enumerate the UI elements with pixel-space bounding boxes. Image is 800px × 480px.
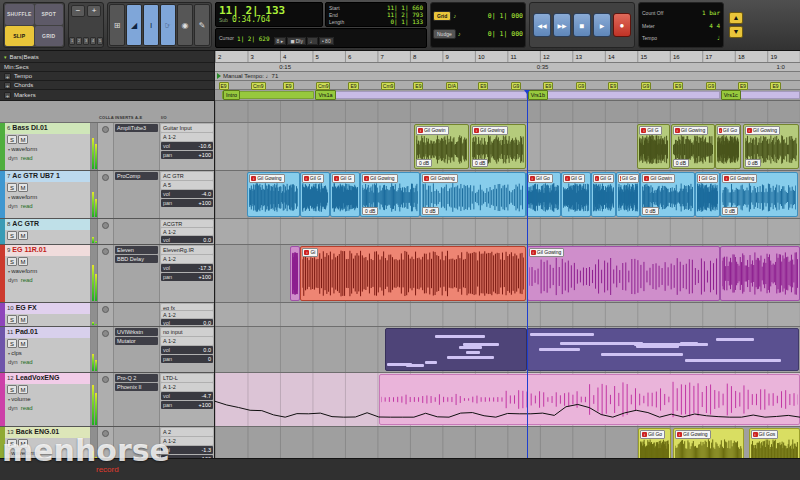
selection-value[interactable]: 11| 1| 660 xyxy=(387,4,423,11)
pan-readout[interactable]: pan+100 xyxy=(161,199,213,207)
record-button[interactable]: ● xyxy=(613,13,631,37)
audio-clip[interactable]: iGil Go-2.5 dB xyxy=(638,428,671,458)
chord-label[interactable]: E9 xyxy=(738,82,748,90)
chord-label[interactable]: G9 xyxy=(576,82,587,90)
zoom-preset-button[interactable]: 1 xyxy=(69,37,75,45)
volume-readout[interactable]: vol-1.3 xyxy=(161,446,213,454)
collab-icon[interactable] xyxy=(102,330,109,337)
track-row[interactable]: 8AC GTRSMACGTRA 1-2vol0.0 xyxy=(0,219,214,245)
markers-ruler[interactable]: IntroVrs1aVrs1bVrs1c xyxy=(215,90,800,101)
chord-label[interactable]: E9 xyxy=(348,82,358,90)
chord-label[interactable]: Cm9 xyxy=(381,82,396,90)
marker-segment[interactable]: Vrs1c xyxy=(720,91,800,99)
zoom-preset-button[interactable]: 4 xyxy=(90,37,96,45)
grid-button[interactable]: Grid xyxy=(433,11,451,21)
track-view-selector[interactable]: waveform xyxy=(5,267,90,276)
collab-icon[interactable] xyxy=(102,174,109,181)
audio-clip[interactable]: iGil Go xyxy=(616,172,641,217)
automation-mode-selector[interactable]: dynread xyxy=(5,276,90,285)
solo-button[interactable]: S xyxy=(7,231,17,240)
zoom-out-icon[interactable]: − xyxy=(71,5,85,17)
mute-button[interactable]: M xyxy=(18,439,28,448)
io-input[interactable]: no input xyxy=(161,328,213,336)
selector-tool-icon[interactable]: I xyxy=(143,4,159,46)
selection-value[interactable]: 0| 1| 133 xyxy=(390,18,423,25)
audio-clip[interactable]: iGil Gowin0 dB xyxy=(414,124,470,169)
audio-clip[interactable]: iGil G xyxy=(591,172,616,217)
play-button[interactable]: ▶ xyxy=(593,13,611,37)
audio-clip[interactable]: iGil G xyxy=(561,172,591,217)
insert-plugin[interactable]: Mutator xyxy=(115,337,158,345)
mute-button[interactable]: M xyxy=(18,257,28,266)
audio-clip[interactable] xyxy=(290,246,301,301)
midi-clip[interactable] xyxy=(527,328,800,371)
zoom-in-icon[interactable]: + xyxy=(87,5,101,17)
automation-mode-selector[interactable]: dynread xyxy=(5,404,90,413)
audio-clip[interactable]: iGil Go xyxy=(715,124,741,169)
nudge-value[interactable]: 0| 1| 000 xyxy=(488,30,523,38)
mode-button-spot[interactable]: SPOT xyxy=(35,4,64,25)
mode-button-grid[interactable]: GRID xyxy=(35,26,64,47)
solo-button[interactable]: S xyxy=(7,135,17,144)
insert-plugin[interactable]: UVIWrkstn xyxy=(115,328,158,336)
up-arrow-button[interactable]: ▲ xyxy=(729,12,743,24)
insert-plugin[interactable]: AmpliTube3 xyxy=(115,124,158,132)
volume-readout[interactable]: vol-4.0 xyxy=(161,190,213,198)
chords-ruler[interactable]: E9Cm9E9Cm9E9Cm9E9D/AE9G9E9G9E9G9E9G9E9E9 xyxy=(215,81,800,90)
pan-readout[interactable]: pan0 xyxy=(161,355,213,363)
chord-label[interactable]: Cm9 xyxy=(251,82,266,90)
fast-forward-button[interactable]: ▶▶ xyxy=(553,13,571,37)
collab-icon[interactable] xyxy=(102,306,109,313)
collab-icon[interactable] xyxy=(102,248,109,255)
track-name[interactable]: 9EG 11R.01 xyxy=(5,245,90,256)
solo-button[interactable]: S xyxy=(7,257,17,266)
zoom-preset-button[interactable]: 3 xyxy=(83,37,89,45)
collab-icon[interactable] xyxy=(102,430,109,437)
track-name[interactable]: 7Ac GTR UB7 1 xyxy=(5,171,90,182)
grabber-tool-icon[interactable]: ☞ xyxy=(160,4,176,46)
solo-button[interactable]: S xyxy=(7,439,17,448)
audio-clip[interactable]: iGil Gowing xyxy=(527,246,720,301)
io-input[interactable]: eg fx xyxy=(161,304,213,310)
pan-readout[interactable]: pan+100 xyxy=(161,151,213,159)
zoom-tool-icon[interactable]: ⊞ xyxy=(109,4,125,46)
chord-label[interactable]: E9 xyxy=(673,82,683,90)
zoom-preset-button[interactable]: 5 xyxy=(97,37,103,45)
chord-label[interactable]: Cm9 xyxy=(316,82,331,90)
audio-clip[interactable]: iGil Gowing0 dB xyxy=(743,124,799,169)
track-view-selector[interactable]: clps xyxy=(5,349,90,358)
chord-label[interactable]: E9 xyxy=(608,82,618,90)
mode-button-shuffle[interactable]: SHUFFLE xyxy=(5,4,34,25)
insert-plugin[interactable]: Phoenix II xyxy=(115,383,158,391)
audio-clip[interactable]: iGil Go xyxy=(695,172,720,217)
mute-button[interactable]: M xyxy=(18,339,28,348)
volume-readout[interactable]: vol0.0 xyxy=(161,236,213,243)
marker-segment[interactable]: Vrs1a xyxy=(314,91,526,99)
track-row[interactable]: 7Ac GTR UB7 1SMwaveformdynreadProCompAC … xyxy=(0,171,214,219)
insert-plugin[interactable]: BBD Delay xyxy=(115,255,158,263)
track-name[interactable]: 11Pad.01 xyxy=(5,327,90,338)
io-output[interactable]: A 1-2 xyxy=(161,311,213,317)
io-output[interactable]: A 1-2 xyxy=(161,337,213,345)
insert-plugin[interactable]: ProComp xyxy=(115,172,158,180)
status-chip[interactable]: • 80 xyxy=(319,37,334,45)
chord-label[interactable]: D/A xyxy=(446,82,458,90)
pencil-tool-icon[interactable]: ✎ xyxy=(194,4,210,46)
scrubber-tool-icon[interactable]: ◉ xyxy=(177,4,193,46)
io-output[interactable]: A 1-2 xyxy=(161,255,213,263)
io-input[interactable]: ElevenRg.IR xyxy=(161,246,213,254)
chord-label[interactable]: G9 xyxy=(511,82,522,90)
chord-label[interactable]: G9 xyxy=(641,82,652,90)
io-input[interactable]: ACGTR xyxy=(161,220,213,227)
track-name[interactable]: 6Bass DI.01 xyxy=(5,123,90,134)
mute-button[interactable]: M xyxy=(18,231,28,240)
track-view-selector[interactable]: waveform xyxy=(5,449,90,458)
collab-icon[interactable] xyxy=(102,126,109,133)
solo-button[interactable]: S xyxy=(7,385,17,394)
zoom-preset-button[interactable]: 2 xyxy=(76,37,82,45)
io-input[interactable]: AC GTR xyxy=(161,172,213,180)
track-row[interactable]: 12LeadVoxENGSMvolumedynreadPro-Q 2Phoeni… xyxy=(0,373,214,427)
audio-clip[interactable]: iGil Gowing0 dB xyxy=(360,172,420,217)
add-tempo-button[interactable]: + xyxy=(4,73,11,80)
chord-label[interactable]: E9 xyxy=(770,82,780,90)
